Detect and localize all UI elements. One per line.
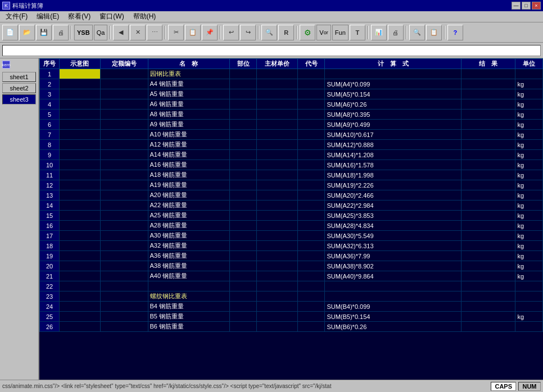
minimize-button[interactable]: — (512, 2, 521, 10)
table-row[interactable]: 15A25 钢筋重量SUM(A25)*3.853kg (40, 211, 543, 221)
cell-code (297, 170, 324, 180)
cell-row-num: 18 (40, 241, 60, 251)
cell-unit: kg (515, 231, 543, 241)
cell-quota (100, 200, 148, 211)
var-button[interactable]: Vor (316, 25, 331, 40)
table-row[interactable]: 1园钢比重表 (40, 69, 543, 79)
cell-result (461, 281, 515, 291)
settings-button[interactable]: ⚙ (300, 25, 315, 40)
cell-quota (100, 180, 148, 190)
cell-sketch (60, 291, 101, 302)
cell-result (461, 150, 515, 160)
chart-button[interactable]: 📊 (371, 25, 387, 40)
formula-input[interactable] (2, 45, 541, 56)
table-row[interactable]: 17A30 钢筋重量SUM(A30)*5.549kg (40, 231, 543, 241)
cell-price (257, 79, 298, 89)
search-button[interactable]: 🔍 (261, 25, 277, 40)
sep8 (406, 26, 407, 39)
table-row[interactable]: 3A5 钢筋重量SUM(A5)*0.154kg (40, 89, 543, 99)
num-badge: NUM (518, 382, 541, 391)
undo-button[interactable]: ↩ (223, 25, 239, 40)
paste-button[interactable]: 📌 (202, 25, 218, 40)
spreadsheet-container[interactable]: 序号 示意图 定额编号 名 称 部位 主材单价 代号 计 算 式 结 果 单位 … (39, 58, 543, 380)
table-row[interactable]: 8A12 钢筋重量SUM(A12)*0.888kg (40, 140, 543, 150)
help-button[interactable]: ? (447, 25, 463, 40)
status-bar: css/animate.min.css"/> <link rel="styles… (0, 380, 543, 392)
menu-help[interactable]: 帮助(H) (129, 11, 161, 22)
ysb-button[interactable]: YSB (74, 25, 93, 40)
fun-button[interactable]: Fun (332, 25, 349, 40)
copy-button[interactable]: 📋 (185, 25, 201, 40)
table-row[interactable]: 6A9 钢筋重量SUM(A9)*0.499kg (40, 120, 543, 130)
table-row[interactable]: 18A32 钢筋重量SUM(A32)*6.313kg (40, 241, 543, 251)
table-row[interactable]: 19A36 钢筋重量SUM(A36)*7.99kg (40, 251, 543, 261)
left-button[interactable]: ◀ (113, 25, 129, 40)
save-button[interactable]: 💾 (36, 25, 52, 40)
menu-view[interactable]: 察看(V) (64, 11, 95, 22)
close-button[interactable]: × (532, 2, 541, 10)
table-row[interactable]: 21A40 钢筋重量SUM(A40)*9.864kg (40, 271, 543, 281)
cell-code (297, 211, 324, 221)
print-button[interactable]: 🖨 (53, 25, 69, 40)
cell-row-num: 17 (40, 231, 60, 241)
t-button[interactable]: T (350, 25, 365, 40)
menu-edit[interactable]: 编辑(E) (32, 11, 64, 22)
cell-quota (100, 140, 148, 150)
cell-position (229, 271, 256, 281)
table-row[interactable]: 11A18 钢筋重量SUM(A18)*1.998kg (40, 170, 543, 180)
table-row[interactable]: 2A4 钢筋重量SUM(A4)*0.099kg (40, 79, 543, 89)
cell-price (257, 251, 298, 261)
table-row[interactable]: 7A10 钢筋重量SUM(A10)*0.617kg (40, 130, 543, 140)
col-header-num: 序号 (40, 59, 60, 69)
cut-button[interactable]: ✂ (168, 25, 184, 40)
print2-button[interactable]: 🖨 (388, 25, 404, 40)
cell-unit: kg (515, 120, 543, 130)
table-row[interactable]: 13A20 钢筋重量SUM(A20)*2.466kg (40, 190, 543, 200)
cell-row-num: 11 (40, 170, 60, 180)
table-row[interactable]: 16A28 钢筋重量SUM(A28)*4.834kg (40, 221, 543, 231)
zoom-button[interactable]: 🔍 (409, 25, 425, 40)
table-row[interactable]: 14A22 钢筋重量SUM(A22)*2.984kg (40, 200, 543, 211)
menu-file[interactable]: 文件(F) (1, 11, 32, 22)
cell-code (297, 110, 324, 120)
menu-window[interactable]: 窗口(W) (95, 11, 128, 22)
cell-name: A10 钢筋重量 (148, 130, 229, 140)
cell-name: A30 钢筋重量 (148, 231, 229, 241)
table-row[interactable]: 24B4 钢筋重量SUM(B4)*0.099 (40, 302, 543, 312)
r-button[interactable]: R (278, 25, 294, 40)
cell-result (461, 231, 515, 241)
cell-position (229, 150, 256, 160)
redo-button[interactable]: ↪ (240, 25, 256, 40)
dots-button[interactable]: ⋯ (147, 25, 162, 40)
cell-sketch (60, 322, 101, 332)
table-row[interactable]: 4A6 钢筋重量SUM(A6)*0.26kg (40, 99, 543, 110)
table-row[interactable]: 25B5 钢筋重量SUM(B5)*0.154kg (40, 312, 543, 322)
cell-sketch (60, 140, 101, 150)
table-row[interactable]: 9A14 钢筋重量SUM(A14)*1.208kg (40, 150, 543, 160)
table-row[interactable]: 22 (40, 281, 543, 291)
cell-price (257, 291, 298, 302)
maximize-button[interactable]: □ (522, 2, 531, 10)
cell-result (461, 120, 515, 130)
cell-code (297, 130, 324, 140)
sidebar-item-sheet1[interactable]: sheet1 (2, 72, 36, 82)
cell-formula: SUM(A12)*0.888 (325, 140, 461, 150)
table-row[interactable]: 5A8 钢筋重量SUM(A8)*0.395kg (40, 110, 543, 120)
cell-result (461, 221, 515, 231)
open-button[interactable]: 📂 (19, 25, 35, 40)
sidebar-item-sheet2[interactable]: sheet2 (2, 83, 36, 93)
cell-code (297, 241, 324, 251)
caps-badge: CAPS (491, 382, 516, 391)
sidebar-item-sheet3[interactable]: sheet3 (2, 94, 36, 104)
new-button[interactable]: 📄 (2, 25, 18, 40)
table-row[interactable]: 10A16 钢筋重量SUM(A16)*1.578kg (40, 160, 543, 170)
table-row[interactable]: 20A38 钢筋重量SUM(A38)*8.902kg (40, 261, 543, 271)
qa-button[interactable]: Qa (94, 25, 108, 40)
table-row[interactable]: 12A19 钢筋重量SUM(A19)*2.226kg (40, 180, 543, 190)
cross-button[interactable]: ✕ (130, 25, 146, 40)
clipboard-button[interactable]: 📋 (426, 25, 442, 40)
cell-unit: kg (515, 211, 543, 221)
cell-quota (100, 110, 148, 120)
table-row[interactable]: 23螺纹钢比重表 (40, 291, 543, 302)
table-row[interactable]: 26B6 钢筋重量SUM(B6)*0.26 (40, 322, 543, 332)
